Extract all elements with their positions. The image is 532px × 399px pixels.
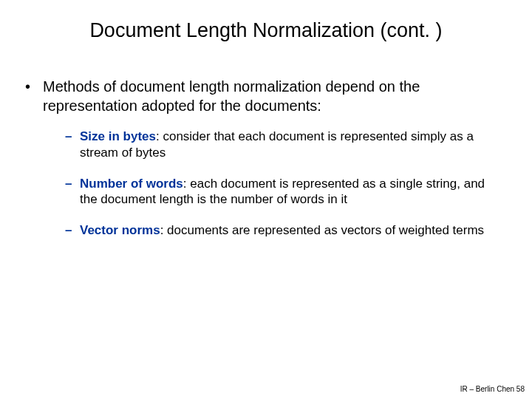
dash-marker: – <box>65 176 80 208</box>
slide-title: Document Length Normalization (cont. ) <box>0 0 532 57</box>
bullet-method: – Size in bytes: consider that each docu… <box>65 129 502 161</box>
method-lead: Number of words <box>80 177 183 191</box>
method-lead: Vector norms <box>80 223 160 237</box>
bullet-method: – Number of words: each document is repr… <box>65 176 502 208</box>
bullet-text: Methods of document length normalization… <box>43 78 502 115</box>
dash-marker: – <box>65 222 80 239</box>
slide-content: • Methods of document length normalizati… <box>0 57 532 239</box>
bullet-intro: • Methods of document length normalizati… <box>22 78 502 115</box>
dash-marker: – <box>65 129 80 161</box>
method-rest: : documents are represented as vectors o… <box>160 223 484 237</box>
method-text: Number of words: each document is repres… <box>80 176 502 208</box>
bullet-method: – Vector norms: documents are represente… <box>65 222 502 239</box>
bullet-marker: • <box>22 78 43 115</box>
method-text: Size in bytes: consider that each docume… <box>80 129 502 161</box>
slide-footer: IR – Berlin Chen 58 <box>460 385 525 393</box>
method-text: Vector norms: documents are represented … <box>80 222 502 239</box>
method-lead: Size in bytes <box>80 129 156 143</box>
